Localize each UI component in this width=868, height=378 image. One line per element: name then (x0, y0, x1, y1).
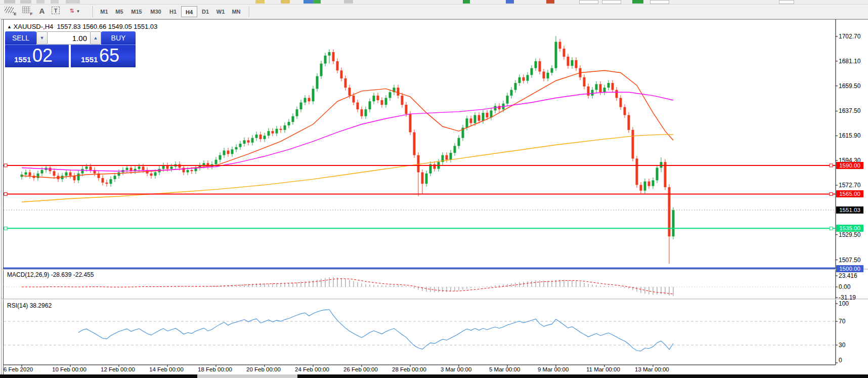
price-tick-label: 1637.50 (839, 107, 860, 114)
candle-body (543, 71, 545, 78)
candle-body (336, 61, 339, 70)
candle-body (616, 90, 618, 98)
slow-ma-line (22, 135, 673, 202)
candle-body (316, 76, 319, 89)
candle-body (612, 83, 614, 90)
candle-body (154, 172, 157, 176)
price-tick-label: 1507.50 (839, 257, 860, 264)
candle-body (288, 122, 290, 125)
candle-body (276, 129, 278, 134)
line-end-marker (4, 227, 7, 230)
candle-body (539, 61, 541, 71)
macd-label: MACD(12,26,9) -28.639 -22.455 (7, 271, 94, 278)
candle-body (304, 98, 307, 102)
candle-body (640, 185, 642, 190)
candle-body (531, 68, 533, 75)
price-tick-label: 1681.10 (839, 58, 860, 65)
mid-ma-line (22, 92, 673, 171)
candle-body (223, 151, 226, 155)
candle-body (607, 83, 610, 88)
candle-body (138, 166, 141, 169)
candle-body (652, 180, 655, 186)
rsi-tick-label: 70 (839, 318, 845, 325)
candle-body (527, 75, 529, 80)
macd-tick-label: 23.416 (839, 272, 857, 279)
price-tick-label: 1659.50 (839, 82, 860, 90)
line-end-marker (830, 192, 833, 195)
time-tick-label: 12 Feb 00:00 (101, 366, 135, 372)
candle-body (466, 118, 468, 128)
candle-body (106, 183, 108, 184)
candle-body (620, 98, 622, 107)
candle-body (668, 187, 671, 236)
candle-body (518, 77, 521, 83)
candle-body (85, 166, 88, 169)
candle-body (470, 118, 472, 123)
candle-body (397, 88, 400, 96)
candle-body (251, 138, 254, 143)
candle-body (312, 89, 315, 101)
candle-body (583, 77, 586, 87)
time-tick-label: 9 Mar 00:00 (538, 366, 569, 372)
time-tick-label: 11 Mar 00:00 (586, 366, 620, 372)
time-tick-label: 10 Feb 00:00 (52, 366, 86, 372)
candle-body (328, 52, 331, 56)
candle-body (405, 105, 408, 114)
chart-canvas[interactable] (0, 0, 868, 378)
candle-body (126, 167, 128, 170)
candle-body (632, 130, 634, 159)
candle-body (191, 170, 193, 171)
candle-body (239, 144, 242, 147)
candle-body (644, 182, 646, 191)
current-price-badge: 1551.03 (836, 206, 863, 214)
price-level-badge: 1565.00 (836, 190, 863, 197)
candle-body (417, 155, 420, 173)
candle-body (320, 64, 323, 76)
candle-body (575, 60, 578, 68)
line-end-marker (830, 227, 833, 230)
candle-body (535, 61, 537, 68)
bottom-scroll-bar[interactable] (0, 374, 868, 378)
candle-body (385, 98, 387, 105)
candle-body (227, 151, 230, 154)
candle-body (264, 136, 266, 139)
line-end-marker (830, 164, 833, 167)
candle-body (284, 125, 286, 130)
candle-body (478, 115, 481, 120)
time-tick-label: 18 Feb 00:00 (198, 366, 232, 372)
candle-body (498, 106, 501, 109)
candle-body (547, 73, 549, 78)
candle-body (41, 170, 44, 174)
candle-body (243, 140, 246, 144)
price-level-badge: 1500.00 (836, 265, 863, 272)
time-tick-label: 13 Mar 00:00 (635, 366, 669, 372)
candle-body (142, 166, 145, 170)
candle-body (296, 109, 298, 116)
candle-body (268, 131, 270, 136)
price-level-badge: 1535.00 (836, 225, 863, 232)
candle-body (235, 147, 238, 150)
candle-body (81, 169, 84, 174)
candle-body (69, 172, 72, 176)
candle-body (118, 172, 120, 176)
candle-body (660, 162, 663, 167)
candle-body (215, 160, 218, 164)
candle-body (344, 78, 347, 88)
candle-body (29, 172, 31, 176)
candle-body (219, 155, 222, 160)
candle-body (247, 140, 250, 143)
candle-body (332, 52, 335, 61)
scroll-thumb[interactable] (197, 374, 297, 378)
time-tick-label: 26 Feb 00:00 (343, 366, 378, 372)
fast-ma-line (22, 70, 673, 178)
candle-body (170, 166, 173, 169)
candle-body (340, 70, 343, 78)
candle-body (458, 138, 460, 146)
price-tick-label: 1702.70 (839, 33, 860, 40)
candle-body (421, 172, 424, 184)
candle-body (401, 96, 404, 105)
candle-body (73, 176, 76, 180)
candle-body (53, 171, 56, 176)
candle-body (603, 88, 606, 92)
macd-tick-label: 0.00 (839, 283, 850, 290)
